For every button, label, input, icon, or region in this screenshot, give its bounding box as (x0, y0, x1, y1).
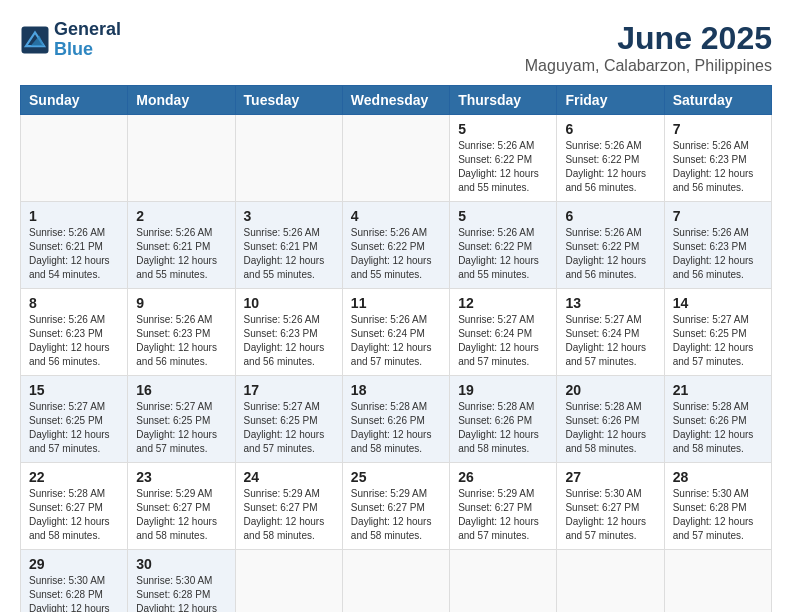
calendar-cell: 6Sunrise: 5:26 AMSunset: 6:22 PMDaylight… (557, 115, 664, 202)
day-number: 20 (565, 382, 655, 398)
day-number: 22 (29, 469, 119, 485)
header-tuesday: Tuesday (235, 86, 342, 115)
day-info: Sunrise: 5:30 AMSunset: 6:28 PMDaylight:… (29, 574, 119, 612)
day-number: 27 (565, 469, 655, 485)
day-info: Sunrise: 5:26 AMSunset: 6:22 PMDaylight:… (351, 226, 441, 282)
day-info: Sunrise: 5:27 AMSunset: 6:25 PMDaylight:… (136, 400, 226, 456)
day-number: 13 (565, 295, 655, 311)
calendar-cell: 15Sunrise: 5:27 AMSunset: 6:25 PMDayligh… (21, 376, 128, 463)
day-info: Sunrise: 5:28 AMSunset: 6:26 PMDaylight:… (458, 400, 548, 456)
day-number: 14 (673, 295, 763, 311)
calendar-cell (235, 115, 342, 202)
day-info: Sunrise: 5:26 AMSunset: 6:22 PMDaylight:… (565, 139, 655, 195)
day-info: Sunrise: 5:26 AMSunset: 6:21 PMDaylight:… (136, 226, 226, 282)
day-info: Sunrise: 5:26 AMSunset: 6:22 PMDaylight:… (458, 226, 548, 282)
calendar-cell: 12Sunrise: 5:27 AMSunset: 6:24 PMDayligh… (450, 289, 557, 376)
subtitle: Maguyam, Calabarzon, Philippines (525, 57, 772, 75)
calendar-cell: 2Sunrise: 5:26 AMSunset: 6:21 PMDaylight… (128, 202, 235, 289)
calendar-cell: 17Sunrise: 5:27 AMSunset: 6:25 PMDayligh… (235, 376, 342, 463)
logo: General Blue (20, 20, 121, 60)
day-number: 9 (136, 295, 226, 311)
header-sunday: Sunday (21, 86, 128, 115)
day-number: 5 (458, 208, 548, 224)
calendar-cell: 14Sunrise: 5:27 AMSunset: 6:25 PMDayligh… (664, 289, 771, 376)
calendar-cell (128, 115, 235, 202)
main-title: June 2025 (525, 20, 772, 57)
calendar-week-row: 1Sunrise: 5:26 AMSunset: 6:21 PMDaylight… (21, 202, 772, 289)
day-number: 24 (244, 469, 334, 485)
day-info: Sunrise: 5:26 AMSunset: 6:23 PMDaylight:… (673, 226, 763, 282)
calendar-week-row: 29Sunrise: 5:30 AMSunset: 6:28 PMDayligh… (21, 550, 772, 613)
day-info: Sunrise: 5:28 AMSunset: 6:27 PMDaylight:… (29, 487, 119, 543)
day-info: Sunrise: 5:29 AMSunset: 6:27 PMDaylight:… (458, 487, 548, 543)
day-info: Sunrise: 5:29 AMSunset: 6:27 PMDaylight:… (136, 487, 226, 543)
calendar-cell (21, 115, 128, 202)
header-thursday: Thursday (450, 86, 557, 115)
calendar-cell: 22Sunrise: 5:28 AMSunset: 6:27 PMDayligh… (21, 463, 128, 550)
calendar-cell: 5Sunrise: 5:26 AMSunset: 6:22 PMDaylight… (450, 202, 557, 289)
calendar-cell: 4Sunrise: 5:26 AMSunset: 6:22 PMDaylight… (342, 202, 449, 289)
day-info: Sunrise: 5:27 AMSunset: 6:25 PMDaylight:… (244, 400, 334, 456)
calendar-cell: 1Sunrise: 5:26 AMSunset: 6:21 PMDaylight… (21, 202, 128, 289)
day-info: Sunrise: 5:30 AMSunset: 6:27 PMDaylight:… (565, 487, 655, 543)
calendar-cell: 19Sunrise: 5:28 AMSunset: 6:26 PMDayligh… (450, 376, 557, 463)
day-number: 15 (29, 382, 119, 398)
day-info: Sunrise: 5:28 AMSunset: 6:26 PMDaylight:… (673, 400, 763, 456)
calendar-week-row: 5Sunrise: 5:26 AMSunset: 6:22 PMDaylight… (21, 115, 772, 202)
calendar-cell: 28Sunrise: 5:30 AMSunset: 6:28 PMDayligh… (664, 463, 771, 550)
calendar-week-row: 15Sunrise: 5:27 AMSunset: 6:25 PMDayligh… (21, 376, 772, 463)
day-number: 7 (673, 208, 763, 224)
day-info: Sunrise: 5:26 AMSunset: 6:23 PMDaylight:… (29, 313, 119, 369)
day-number: 21 (673, 382, 763, 398)
calendar-cell: 20Sunrise: 5:28 AMSunset: 6:26 PMDayligh… (557, 376, 664, 463)
title-area: June 2025 Maguyam, Calabarzon, Philippin… (525, 20, 772, 75)
calendar-cell (450, 550, 557, 613)
day-info: Sunrise: 5:29 AMSunset: 6:27 PMDaylight:… (244, 487, 334, 543)
day-number: 25 (351, 469, 441, 485)
day-info: Sunrise: 5:26 AMSunset: 6:24 PMDaylight:… (351, 313, 441, 369)
day-info: Sunrise: 5:26 AMSunset: 6:22 PMDaylight:… (458, 139, 548, 195)
day-info: Sunrise: 5:28 AMSunset: 6:26 PMDaylight:… (351, 400, 441, 456)
calendar-cell: 5Sunrise: 5:26 AMSunset: 6:22 PMDaylight… (450, 115, 557, 202)
day-number: 7 (673, 121, 763, 137)
calendar-cell: 3Sunrise: 5:26 AMSunset: 6:21 PMDaylight… (235, 202, 342, 289)
day-number: 10 (244, 295, 334, 311)
header-wednesday: Wednesday (342, 86, 449, 115)
header-friday: Friday (557, 86, 664, 115)
logo-line1: General (54, 20, 121, 40)
day-info: Sunrise: 5:26 AMSunset: 6:23 PMDaylight:… (136, 313, 226, 369)
day-number: 19 (458, 382, 548, 398)
day-info: Sunrise: 5:28 AMSunset: 6:26 PMDaylight:… (565, 400, 655, 456)
calendar-cell: 18Sunrise: 5:28 AMSunset: 6:26 PMDayligh… (342, 376, 449, 463)
header-saturday: Saturday (664, 86, 771, 115)
logo-icon (20, 25, 50, 55)
calendar-cell: 7Sunrise: 5:26 AMSunset: 6:23 PMDaylight… (664, 202, 771, 289)
calendar-cell: 7Sunrise: 5:26 AMSunset: 6:23 PMDaylight… (664, 115, 771, 202)
calendar-header-row: Sunday Monday Tuesday Wednesday Thursday… (21, 86, 772, 115)
day-number: 12 (458, 295, 548, 311)
day-info: Sunrise: 5:26 AMSunset: 6:21 PMDaylight:… (29, 226, 119, 282)
calendar-cell: 26Sunrise: 5:29 AMSunset: 6:27 PMDayligh… (450, 463, 557, 550)
day-number: 29 (29, 556, 119, 572)
day-number: 5 (458, 121, 548, 137)
day-number: 30 (136, 556, 226, 572)
calendar-cell (664, 550, 771, 613)
day-number: 4 (351, 208, 441, 224)
day-info: Sunrise: 5:30 AMSunset: 6:28 PMDaylight:… (136, 574, 226, 612)
calendar-table: Sunday Monday Tuesday Wednesday Thursday… (20, 85, 772, 612)
day-info: Sunrise: 5:26 AMSunset: 6:22 PMDaylight:… (565, 226, 655, 282)
calendar-cell: 24Sunrise: 5:29 AMSunset: 6:27 PMDayligh… (235, 463, 342, 550)
calendar-cell: 23Sunrise: 5:29 AMSunset: 6:27 PMDayligh… (128, 463, 235, 550)
day-number: 11 (351, 295, 441, 311)
day-number: 17 (244, 382, 334, 398)
calendar-cell: 11Sunrise: 5:26 AMSunset: 6:24 PMDayligh… (342, 289, 449, 376)
calendar-week-row: 8Sunrise: 5:26 AMSunset: 6:23 PMDaylight… (21, 289, 772, 376)
day-info: Sunrise: 5:27 AMSunset: 6:25 PMDaylight:… (29, 400, 119, 456)
day-info: Sunrise: 5:27 AMSunset: 6:24 PMDaylight:… (458, 313, 548, 369)
day-info: Sunrise: 5:30 AMSunset: 6:28 PMDaylight:… (673, 487, 763, 543)
calendar-cell (342, 550, 449, 613)
calendar-cell: 13Sunrise: 5:27 AMSunset: 6:24 PMDayligh… (557, 289, 664, 376)
header-monday: Monday (128, 86, 235, 115)
day-info: Sunrise: 5:26 AMSunset: 6:23 PMDaylight:… (244, 313, 334, 369)
day-info: Sunrise: 5:26 AMSunset: 6:23 PMDaylight:… (673, 139, 763, 195)
